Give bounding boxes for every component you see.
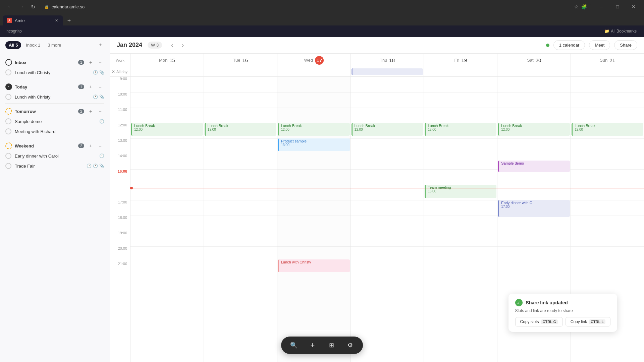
tomorrow-add-btn[interactable]: + (87, 108, 94, 115)
day-header-wed[interactable]: Wed 17 (277, 54, 351, 67)
tomorrow-more-btn[interactable]: ··· (97, 108, 104, 115)
url-bar[interactable]: 🔒 calendar.amie.so ☆ 🧩 (40, 2, 591, 11)
day-col-wed[interactable]: Lunch Break 12:00 Product sample 13:00 L… (277, 77, 351, 362)
weekend-add-btn[interactable]: + (87, 142, 94, 149)
task-title-richard: Meeting with Richard (15, 129, 101, 134)
new-tab-button[interactable]: + (64, 16, 74, 25)
extensions-btn[interactable]: 🧩 (581, 4, 587, 9)
allday-fri[interactable] (424, 67, 497, 76)
sidebar-header: All 5 Inbox 1 3 more + (0, 37, 110, 53)
task-checkbox[interactable] (5, 69, 11, 75)
active-tab[interactable]: A Amie ✕ (3, 15, 63, 25)
event-team-meeting[interactable]: Team meeting 16:00 (425, 185, 496, 198)
search-toolbar-button[interactable]: 🔍 (288, 339, 300, 351)
task-checkbox-fair[interactable] (5, 163, 11, 169)
task-checkbox-richard[interactable] (5, 128, 11, 134)
bookmark-btn[interactable]: ☆ (574, 4, 579, 9)
meet-button[interactable]: Meet (589, 40, 610, 50)
all-bookmarks-folder[interactable]: 📁 All Bookmarks (602, 28, 639, 34)
allday-sun[interactable] (571, 67, 644, 76)
tab-all[interactable]: All 5 (5, 41, 21, 49)
sidebar-add-button[interactable]: + (96, 41, 104, 49)
event-lunch-wed[interactable]: Lunch Break 12:00 (278, 123, 350, 136)
browser-urlbar: Incognito 📁 All Bookmarks (0, 25, 644, 37)
copy-slots-button[interactable]: Copy slots CTRL C (515, 317, 563, 326)
event-sample-demo-sat[interactable]: Sample demo (498, 161, 570, 172)
tab-close-button[interactable]: ✕ (54, 18, 59, 23)
tab-inbox[interactable]: Inbox 1 (22, 41, 44, 49)
task-sample-demo[interactable]: Sample demo 🕐 (0, 116, 110, 126)
inbox-section-header: Inbox 1 + ··· (0, 56, 110, 67)
event-title-lc: Lunch with Christy (281, 260, 348, 264)
minimize-button[interactable]: ─ (594, 1, 609, 12)
event-early-dinner-sat[interactable]: Early dinner with C 17:00 (498, 200, 570, 217)
share-button[interactable]: Share (614, 40, 637, 50)
event-product-sample[interactable]: Product sample 13:00 (278, 138, 350, 151)
weekend-more-btn[interactable]: ··· (97, 142, 104, 149)
task-lunch-christy-inbox[interactable]: Lunch with Christy 🕐 📎 (0, 67, 110, 77)
forward-button[interactable]: → (17, 2, 26, 11)
event-title-dinner: Early dinner with C (501, 201, 568, 205)
day-col-tue[interactable]: Lunch Break 12:00 (204, 77, 277, 362)
copy-slots-key: CTRL C (541, 319, 558, 324)
task-early-dinner[interactable]: Early dinner with Carol 🕐 (0, 151, 110, 161)
tab-more[interactable]: 3 more (45, 41, 64, 49)
copy-link-button[interactable]: Copy link CTRL L (566, 317, 610, 326)
day-col-mon[interactable]: Lunch Break 12:00 (130, 77, 204, 362)
maximize-button[interactable]: □ (610, 1, 625, 12)
day-header-sun[interactable]: Sun 21 (571, 54, 644, 67)
day-col-fri[interactable]: Lunch Break 12:00 Team meeting 16:00 (424, 77, 497, 362)
calendar-actions: 1 calendar Meet Share (546, 40, 637, 50)
event-lunch-fri[interactable]: Lunch Break 12:00 (425, 123, 496, 136)
time-2100: 21:00 (110, 262, 130, 277)
allday-mon[interactable] (130, 67, 204, 76)
day-header-sat[interactable]: Sat 20 (497, 54, 571, 67)
win-controls[interactable]: ─ □ ✕ (594, 1, 641, 12)
day-header-thu[interactable]: Thu 18 (351, 54, 424, 67)
back-button[interactable]: ← (5, 2, 15, 11)
event-lunch-thu[interactable]: Lunch Break 12:00 (352, 123, 423, 136)
next-week-button[interactable]: › (178, 41, 187, 50)
inbox-add-btn[interactable]: + (87, 59, 94, 66)
allday-event-thu[interactable] (352, 68, 423, 75)
close-button[interactable]: ✕ (626, 1, 641, 12)
event-lunch-sat[interactable]: Lunch Break 12:00 (498, 123, 570, 136)
day-header-tue[interactable]: Tue 16 (204, 54, 277, 67)
task-lunch-christy-today[interactable]: Lunch with Christy 🕐 📎 (0, 92, 110, 102)
event-lunch-tue[interactable]: Lunch Break 12:00 (205, 123, 276, 136)
day-name-sat: Sat (527, 58, 534, 63)
add-toolbar-button[interactable]: + (307, 339, 319, 351)
settings-toolbar-button[interactable]: ⚙ (344, 339, 356, 351)
event-lunch-mon[interactable]: Lunch Break 12:00 (131, 123, 203, 136)
task-checkbox-dinner[interactable] (5, 153, 11, 159)
inbox-count: 1 (78, 60, 84, 65)
task-trade-fair[interactable]: Trade Fair 🕐 🕐 📎 (0, 161, 110, 171)
task-checkbox-today[interactable] (5, 94, 11, 100)
reload-button[interactable]: ↻ (28, 2, 38, 11)
prev-week-button[interactable]: ‹ (167, 41, 177, 50)
allday-label: ✕ All day (110, 67, 130, 76)
nav-controls[interactable]: ← → ↻ (5, 2, 38, 11)
event-lunch-sun[interactable]: Lunch Break 12:00 (572, 123, 643, 136)
day-header-fri[interactable]: Fri 19 (424, 54, 497, 67)
calendar-nav[interactable]: ‹ › (167, 41, 187, 50)
allday-tue[interactable] (204, 67, 277, 76)
today-add-btn[interactable]: + (87, 83, 94, 90)
weekend-section-header: Weekend 2 + ··· (0, 139, 110, 151)
allday-thu[interactable] (351, 67, 424, 76)
layout-toolbar-button[interactable]: ⊞ (325, 339, 337, 351)
day-col-thu[interactable]: Lunch Break 12:00 (351, 77, 424, 362)
event-title-wed-lunch: Lunch Break (281, 124, 348, 128)
allday-wed[interactable] (277, 67, 351, 76)
calendar-count-button[interactable]: 1 calendar (553, 40, 585, 50)
settings-icon: ⚙ (347, 342, 353, 349)
event-title-sun-lunch: Lunch Break (575, 124, 641, 128)
today-more-btn[interactable]: ··· (97, 83, 104, 90)
allday-sat[interactable] (497, 67, 571, 76)
event-lunch-christy-wed[interactable]: Lunch with Christy (278, 259, 350, 272)
task-meeting-richard[interactable]: Meeting with Richard (0, 126, 110, 136)
inbox-more-btn[interactable]: ··· (97, 59, 104, 66)
task-checkbox-sample[interactable] (5, 118, 11, 124)
day-header-mon[interactable]: Mon 15 (130, 54, 204, 67)
event-time-team: 16:00 (428, 189, 494, 193)
